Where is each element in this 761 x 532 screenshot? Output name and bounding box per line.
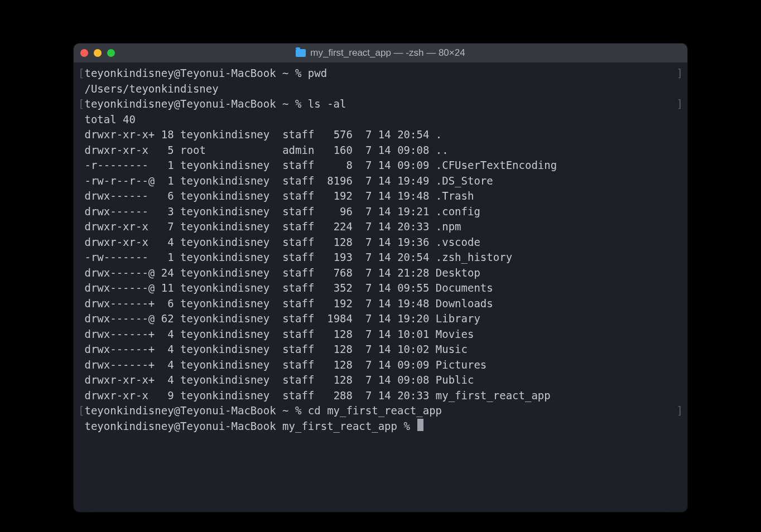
ls-time: 19:21 <box>397 204 429 220</box>
bracket-open: [ <box>78 403 84 419</box>
ls-time: 09:09 <box>397 158 429 173</box>
sep <box>429 373 435 388</box>
ls-links: 9 <box>161 388 174 404</box>
sep <box>429 250 435 265</box>
minimize-button[interactable] <box>94 49 102 57</box>
sep <box>155 388 161 404</box>
line-indent <box>78 342 84 357</box>
ls-links: 1 <box>161 250 174 265</box>
title-center: my_first_react_app — -zsh — 80×24 <box>74 47 687 59</box>
sep <box>314 173 320 189</box>
ls-group: staff <box>282 357 314 373</box>
sep <box>353 280 359 296</box>
ls-links: 6 <box>161 188 174 204</box>
ls-size: 128 <box>321 342 353 357</box>
sep <box>429 342 435 357</box>
sep <box>391 296 397 312</box>
prompt-prefix: teyonkindisney@Teyonui-MacBook my_first_… <box>84 419 416 434</box>
sep <box>314 204 320 220</box>
ls-name: Library <box>436 311 480 327</box>
sep <box>276 296 282 312</box>
ls-size: 128 <box>321 327 353 342</box>
ls-name: Downloads <box>436 296 493 312</box>
line-indent <box>78 327 84 342</box>
sep <box>372 265 378 281</box>
ls-day: 14 <box>378 158 391 173</box>
ls-links: 4 <box>161 235 174 250</box>
ls-time: 09:08 <box>397 143 429 158</box>
sep <box>372 173 378 189</box>
line-indent <box>78 219 84 235</box>
sep <box>353 373 359 388</box>
sep <box>174 143 180 158</box>
ls-size: 8 <box>321 158 353 173</box>
ls-perm: drwxr-xr-x <box>84 143 155 158</box>
ls-month: 7 <box>359 327 372 342</box>
terminal-body[interactable]: [teyonkindisney@Teyonui-MacBook ~ % pwd]… <box>74 62 687 512</box>
ls-row: drwxr-xr-x+ 18 teyonkindisney staff 576 … <box>78 127 683 143</box>
ls-month: 7 <box>359 143 372 158</box>
sep <box>353 158 359 173</box>
sep <box>391 127 397 143</box>
sep <box>372 158 378 173</box>
ls-day: 14 <box>378 235 391 250</box>
ls-perm: drwx------+ <box>84 357 155 373</box>
ls-day: 14 <box>378 296 391 312</box>
maximize-button[interactable] <box>107 49 115 57</box>
sep <box>372 219 378 235</box>
sep <box>391 158 397 173</box>
ls-group: staff <box>282 188 314 204</box>
sep <box>429 357 435 373</box>
ls-month: 7 <box>359 342 372 357</box>
sep <box>429 296 435 312</box>
ls-perm: -r-------- <box>84 158 155 173</box>
sep <box>353 204 359 220</box>
sep <box>314 158 320 173</box>
ls-month: 7 <box>359 311 372 327</box>
sep <box>174 127 180 143</box>
ls-month: 7 <box>359 127 372 143</box>
ls-name: Movies <box>436 327 474 342</box>
close-button[interactable] <box>80 49 88 57</box>
ls-time: 19:20 <box>397 311 429 327</box>
ls-time: 19:49 <box>397 173 429 189</box>
sep <box>276 158 282 173</box>
prompt-prefix: teyonkindisney@Teyonui-MacBook ~ % <box>84 96 307 112</box>
sep <box>276 280 282 296</box>
sep <box>314 143 320 158</box>
ls-row: drwx------ 6 teyonkindisney staff 192 7 … <box>78 188 683 204</box>
ls-row: -rw-r--r--@ 1 teyonkindisney staff 8196 … <box>78 173 683 189</box>
ls-row: drwx------@ 62 teyonkindisney staff 1984… <box>78 311 683 327</box>
sep <box>276 357 282 373</box>
ls-owner: teyonkindisney <box>180 250 276 265</box>
sep <box>276 342 282 357</box>
sep <box>174 327 180 342</box>
ls-group: staff <box>282 173 314 189</box>
sep <box>276 143 282 158</box>
ls-month: 7 <box>359 173 372 189</box>
ls-name: Documents <box>436 280 493 296</box>
ls-links: 7 <box>161 219 174 235</box>
ls-day: 14 <box>378 204 391 220</box>
ls-name: . <box>436 127 442 143</box>
line-indent <box>78 81 84 97</box>
ls-day: 14 <box>378 265 391 281</box>
ls-day: 14 <box>378 373 391 388</box>
line-indent <box>78 357 84 373</box>
ls-links: 5 <box>161 143 174 158</box>
bracket-close: ] <box>677 66 683 81</box>
sep <box>314 296 320 312</box>
prompt-prefix: teyonkindisney@Teyonui-MacBook ~ % <box>84 403 307 419</box>
ls-time: 09:08 <box>397 373 429 388</box>
bracket-close: ] <box>677 96 683 112</box>
ls-row: drwx------+ 4 teyonkindisney staff 128 7… <box>78 327 683 342</box>
ls-group: staff <box>282 219 314 235</box>
ls-month: 7 <box>359 265 372 281</box>
sep <box>429 127 435 143</box>
ls-links: 4 <box>161 327 174 342</box>
sep <box>174 265 180 281</box>
ls-perm: drwxr-xr-x+ <box>84 373 155 388</box>
ls-name: Public <box>436 373 474 388</box>
sep <box>174 219 180 235</box>
prompt-command: pwd <box>308 66 327 81</box>
